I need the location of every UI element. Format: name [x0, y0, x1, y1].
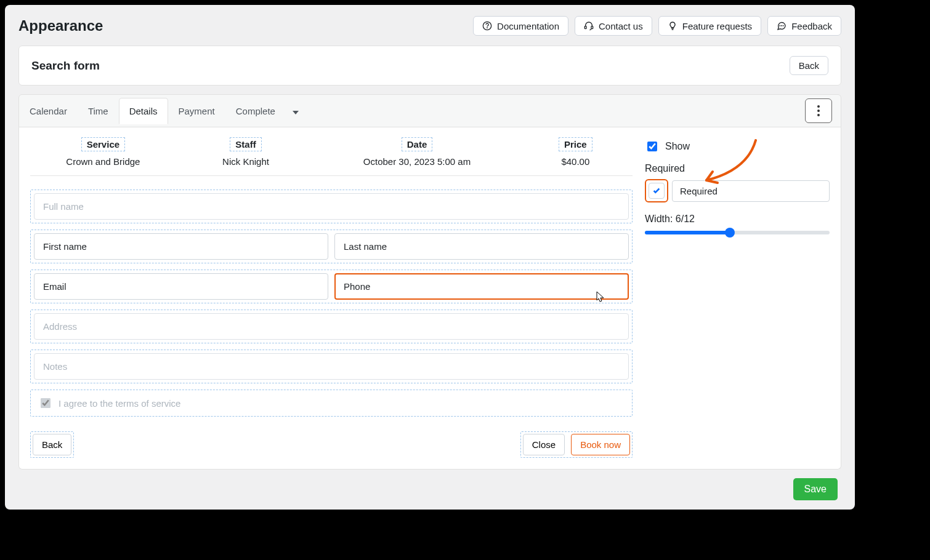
footer-bar: Save	[18, 470, 841, 500]
svg-rect-3	[591, 26, 593, 29]
ellipsis-vertical-icon	[817, 105, 820, 116]
fullname-field[interactable]: Full name	[34, 193, 629, 220]
more-options-button[interactable]	[805, 98, 832, 123]
main-panel: Service Crown and Bridge Staff Nick Knig…	[18, 127, 841, 470]
svg-point-5	[782, 25, 782, 26]
tabs-bar: Calendar Time Details Payment Complete	[18, 94, 841, 127]
svg-point-1	[487, 28, 488, 28]
field-row-address[interactable]: Address	[30, 310, 633, 343]
summary-service[interactable]: Service Crown and Bridge	[30, 137, 176, 167]
svg-point-4	[780, 25, 780, 26]
page-title: Appearance	[18, 17, 103, 34]
summary-staff-value: Nick Knight	[222, 156, 269, 167]
width-label: Width: 6/12	[645, 214, 830, 225]
summary-price-value: $40.00	[561, 156, 589, 167]
summary-date-label: Date	[402, 137, 433, 151]
properties-sidebar: Show Required Required Width: 6/12	[645, 137, 830, 458]
tab-time[interactable]: Time	[78, 98, 119, 124]
tab-details[interactable]: Details	[119, 98, 168, 124]
documentation-button[interactable]: Documentation	[473, 16, 568, 36]
svg-point-9	[817, 114, 820, 116]
back-button-top[interactable]: Back	[790, 56, 828, 75]
form-actions: Back Close Book now	[30, 431, 633, 458]
search-form-panel: Search form Back	[18, 46, 841, 86]
chat-icon	[777, 21, 786, 31]
documentation-label: Documentation	[497, 22, 559, 31]
width-slider[interactable]	[645, 231, 830, 234]
feature-requests-button[interactable]: Feature requests	[658, 16, 761, 36]
summary-staff[interactable]: Staff Nick Knight	[176, 137, 315, 167]
summary-row: Service Crown and Bridge Staff Nick Knig…	[30, 137, 633, 176]
show-checkbox[interactable]	[647, 142, 657, 151]
first-name-field[interactable]: First name	[34, 233, 328, 260]
tab-calendar[interactable]: Calendar	[19, 98, 78, 124]
field-row-names[interactable]: First name Last name	[30, 230, 633, 263]
notes-field[interactable]: Notes	[34, 353, 629, 380]
show-label: Show	[665, 141, 690, 152]
terms-row[interactable]: I agree to the terms of service	[30, 390, 633, 417]
close-button[interactable]: Close	[523, 434, 565, 455]
summary-date[interactable]: Date October 30, 2023 5:00 am	[315, 137, 518, 167]
form-back-button[interactable]: Back	[33, 434, 71, 455]
contact-label: Contact us	[599, 22, 643, 31]
header-buttons: Documentation Contact us Feature request…	[473, 16, 841, 36]
summary-date-value: October 30, 2023 5:00 am	[363, 156, 471, 167]
summary-staff-label: Staff	[230, 137, 261, 151]
tab-complete[interactable]: Complete	[225, 98, 286, 124]
terms-checkbox[interactable]	[41, 398, 51, 408]
email-field[interactable]: Email	[34, 273, 328, 300]
save-button[interactable]: Save	[793, 478, 838, 500]
bulb-icon	[668, 21, 677, 31]
feature-label: Feature requests	[682, 22, 752, 31]
required-label-input[interactable]: Required	[672, 180, 830, 202]
feedback-button[interactable]: Feedback	[767, 16, 841, 36]
terms-label: I agree to the terms of service	[59, 398, 180, 409]
back-wrap: Back	[30, 431, 74, 458]
summary-service-value: Crown and Bridge	[66, 156, 140, 167]
show-toggle-row: Show	[645, 140, 830, 153]
summary-service-label: Service	[81, 137, 125, 151]
required-checkbox-highlight	[645, 179, 668, 202]
svg-point-6	[783, 25, 783, 26]
svg-point-7	[817, 105, 820, 108]
summary-price[interactable]: Price $40.00	[519, 137, 633, 167]
search-form-title: Search form	[31, 59, 100, 73]
last-name-field[interactable]: Last name	[334, 233, 629, 260]
headset-icon	[584, 21, 594, 31]
summary-price-label: Price	[559, 137, 592, 151]
caret-down-icon	[293, 111, 299, 114]
feedback-label: Feedback	[791, 22, 832, 31]
svg-rect-2	[584, 26, 586, 29]
tab-more[interactable]	[286, 98, 305, 124]
width-slider-thumb[interactable]	[725, 228, 735, 238]
help-icon	[482, 21, 492, 31]
required-checkbox[interactable]	[649, 183, 665, 199]
required-row: Required	[645, 179, 830, 202]
form-preview: Service Crown and Bridge Staff Nick Knig…	[30, 137, 633, 458]
width-slider-fill	[645, 231, 730, 234]
cursor-icon	[596, 291, 606, 303]
field-row-fullname[interactable]: Full name	[30, 190, 633, 223]
field-row-notes[interactable]: Notes	[30, 350, 633, 383]
right-actions: Close Book now	[520, 431, 633, 458]
book-now-button[interactable]: Book now	[571, 434, 630, 455]
phone-field[interactable]: Phone	[334, 273, 629, 300]
required-heading: Required	[645, 163, 830, 174]
address-field[interactable]: Address	[34, 313, 629, 340]
tab-payment[interactable]: Payment	[168, 98, 225, 124]
field-row-contact[interactable]: Email Phone	[30, 270, 633, 303]
contact-button[interactable]: Contact us	[575, 16, 652, 36]
svg-point-8	[817, 110, 820, 112]
